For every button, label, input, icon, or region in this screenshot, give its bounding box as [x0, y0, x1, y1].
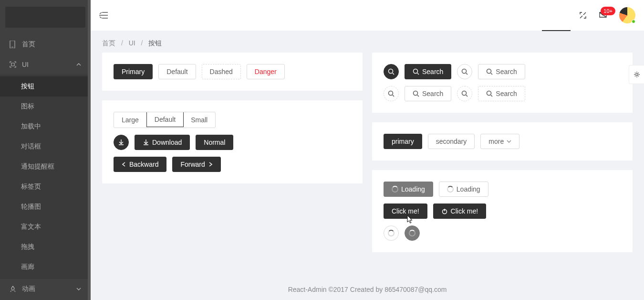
logo [5, 7, 85, 28]
search-dashed-button[interactable]: Search [478, 86, 525, 101]
download-button[interactable]: Download [135, 135, 190, 150]
svg-rect-1 [11, 47, 13, 47]
size-default[interactable]: Default [146, 112, 184, 127]
card-dropdown-buttons: primary secondary more [372, 122, 633, 161]
chevron-down-icon [507, 140, 511, 143]
sidebar-item-icons[interactable]: 图标 [0, 96, 91, 117]
card-loading-buttons: Loading Loading Click me! Click me! [372, 170, 633, 252]
sidebar-item-gallery[interactable]: 画廊 [0, 257, 91, 277]
search-icon [461, 90, 468, 97]
default-button[interactable]: Default [158, 64, 196, 79]
danger-button[interactable]: Danger [247, 64, 285, 79]
main: 10+ 首页 / UI / 按钮 Primary Default Dashed [91, 0, 644, 300]
sidebar-item-modal[interactable]: 对话框 [0, 137, 91, 157]
spinner-icon [447, 186, 454, 193]
chevron-up-icon [76, 63, 81, 66]
search-icon [461, 68, 468, 75]
loading-primary-button: Loading [384, 182, 433, 197]
settings-drawer-toggle[interactable] [629, 65, 644, 84]
search-icon [486, 90, 493, 97]
search-default-button[interactable]: Search [478, 64, 525, 79]
loading-circle-default [384, 225, 399, 241]
breadcrumb: 首页 / UI / 按钮 [91, 31, 644, 53]
sidebar-item-buttons[interactable]: 按钮 [0, 76, 91, 96]
card-button-types: Primary Default Dashed Danger [102, 53, 363, 91]
loading-circle-primary [405, 225, 420, 241]
mobile-icon [10, 41, 17, 48]
primary-button[interactable]: Primary [114, 64, 153, 79]
sidebar: 首页 UI 按钮 图标 加载中 对话框 通知提醒框 标签页 轮播图 富文本 拖拽… [0, 0, 91, 300]
scan-icon [10, 61, 17, 68]
spinner-icon [392, 186, 398, 193]
primary-dropdown-button[interactable]: primary [384, 134, 422, 149]
spinner-icon [388, 230, 395, 236]
search-icon [413, 68, 419, 75]
more-dropdown-button[interactable]: more [480, 134, 519, 149]
sidebar-item-ui[interactable]: UI [0, 54, 91, 75]
fullscreen-icon[interactable] [579, 11, 587, 19]
sidebar-item-richtext[interactable]: 富文本 [0, 217, 91, 237]
svg-point-5 [487, 69, 491, 74]
card-button-sizes: Large Default Small Download Normal Back… [102, 100, 363, 183]
svg-point-6 [389, 91, 393, 96]
sidebar-label: 动画 [22, 285, 35, 293]
download-icon [143, 139, 149, 146]
avatar[interactable] [619, 7, 635, 23]
sidebar-item-animation[interactable]: 动画 [0, 279, 91, 299]
online-dot [632, 20, 635, 23]
svg-point-3 [414, 69, 418, 74]
menu-toggle-icon[interactable] [99, 11, 108, 19]
sidebar-item-carousel[interactable]: 轮播图 [0, 197, 91, 217]
size-large[interactable]: Large [114, 112, 147, 128]
breadcrumb-home[interactable]: 首页 [102, 39, 115, 47]
rocket-icon [10, 286, 17, 292]
download-circle-button[interactable] [114, 135, 129, 150]
sidebar-item-home[interactable]: 首页 [0, 34, 91, 54]
normal-button[interactable]: Normal [196, 135, 233, 150]
gear-icon [634, 71, 640, 78]
header: 10+ [91, 0, 644, 31]
svg-point-8 [462, 91, 467, 96]
svg-point-11 [635, 74, 638, 76]
footer: React-Admin ©2017 Created by 865470087@q… [91, 276, 644, 300]
power-icon [441, 208, 448, 214]
forward-button[interactable]: Forward [172, 157, 220, 172]
search-icon [388, 90, 395, 97]
search-button-2[interactable]: Search [405, 86, 451, 101]
size-small[interactable]: Small [183, 112, 215, 128]
sidebar-item-loading[interactable]: 加载中 [0, 117, 91, 137]
backward-button[interactable]: Backward [114, 157, 166, 172]
svg-point-7 [414, 91, 418, 96]
search-circle-default[interactable] [457, 64, 472, 79]
chevron-right-icon [208, 162, 213, 167]
sidebar-label: 首页 [22, 40, 35, 49]
search-icon [486, 68, 493, 75]
dashed-button[interactable]: Dashed [202, 64, 241, 79]
sidebar-submenu-ui: 按钮 图标 加载中 对话框 通知提醒框 标签页 轮播图 富文本 拖拽 画廊 [0, 75, 91, 279]
notifications[interactable]: 10+ [599, 11, 607, 19]
loading-default-button: Loading [439, 182, 488, 197]
size-radio-group: Large Default Small [114, 112, 216, 128]
search-icon [413, 90, 419, 97]
click-me-button[interactable]: Click me! [384, 204, 427, 219]
breadcrumb-ui[interactable]: UI [129, 39, 135, 47]
secondary-dropdown-button[interactable]: secondary [428, 134, 475, 149]
chevron-down-icon [76, 288, 81, 290]
search-circle-dashed-2[interactable] [457, 86, 472, 101]
sidebar-label: UI [22, 61, 29, 68]
download-icon [118, 139, 125, 146]
svg-point-9 [487, 91, 491, 96]
search-circle-dashed[interactable] [384, 86, 399, 101]
search-icon [388, 68, 395, 75]
svg-point-2 [389, 69, 393, 74]
svg-point-4 [462, 69, 467, 74]
spinner-icon [409, 230, 415, 236]
click-me-power-button[interactable]: Click me! [433, 204, 487, 219]
card-search-buttons: Search Search Search Search [372, 53, 633, 113]
tab-indicator [542, 30, 571, 31]
search-primary-button[interactable]: Search [405, 64, 451, 79]
search-circle-primary[interactable] [384, 64, 399, 79]
sidebar-item-tabs[interactable]: 标签页 [0, 177, 91, 197]
sidebar-item-drag[interactable]: 拖拽 [0, 237, 91, 257]
sidebar-item-notification[interactable]: 通知提醒框 [0, 157, 91, 177]
